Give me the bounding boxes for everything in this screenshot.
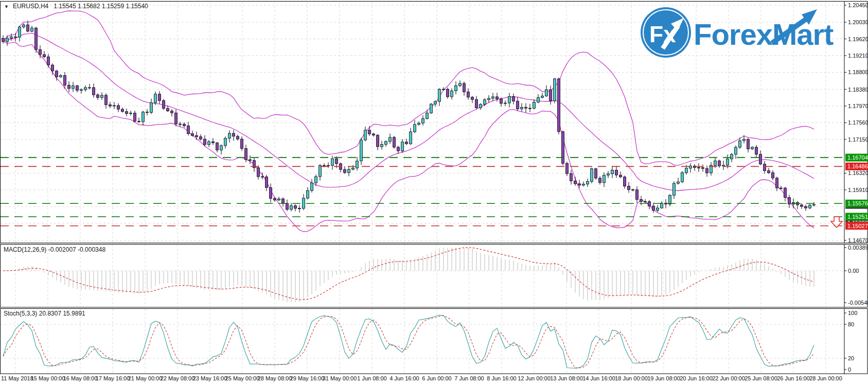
chart-window: 1.204501.200301.196201.192101.188001.183…: [0, 0, 868, 384]
time-tick-label: 22 Jun 00:00: [712, 375, 745, 381]
macd-tick-label: 0.00: [848, 268, 859, 274]
time-tick-label: 25 May 00:00: [225, 375, 260, 381]
macd-histogram: [3, 248, 814, 302]
time-axis[interactable]: 11 May 201815 May 00:0016 May 08:0017 Ma…: [0, 374, 868, 384]
macd-tick-label: -0.005404: [848, 300, 868, 306]
stoch-k-line: [3, 315, 814, 368]
chart-header: ▼EURUSD,H41.15545 1.15682 1.15259 1.1554…: [4, 3, 148, 10]
time-tick-label: 28 Jun 00:00: [809, 375, 842, 381]
macd-tick-label: 0.003893: [848, 245, 868, 251]
time-tick-label: 11 May 2018: [1, 375, 33, 381]
time-tick-label: 29 May 16:00: [290, 375, 325, 381]
stoch-tick-label: 0: [848, 366, 851, 373]
stoch-tick-label: 100: [848, 310, 857, 316]
macd-indicator-label: MACD(12,26,9) -0.002007 -0.000348: [4, 246, 105, 253]
time-tick-label: 20 Jun 16:00: [680, 375, 713, 381]
time-tick-label: 26 Jun 16:00: [777, 375, 810, 381]
time-tick-label: 7 Jun 08:00: [454, 375, 484, 381]
ohlc-readout: 1.15545 1.15682 1.15259 1.15540: [54, 3, 148, 10]
stoch-tick-label: 80: [848, 321, 854, 327]
symbol-title: EURUSD,H4: [13, 3, 48, 10]
macd-panel-canvas[interactable]: 0.0038930.00-0.005404: [0, 244, 868, 308]
time-tick-label: 21 May 00:00: [128, 375, 163, 381]
time-tick-label: 25 Jun 08:00: [745, 375, 777, 381]
stoch-d-line: [3, 316, 814, 368]
stoch-tick-label: 20: [848, 355, 854, 361]
logo-name-text: ForexMart: [694, 18, 834, 51]
time-tick-label: 18 Jun 00:00: [615, 375, 648, 381]
time-tick-label: 6 Jun 00:00: [422, 375, 452, 381]
time-tick-label: 28 May 08:00: [258, 375, 292, 381]
time-tick-label: 16 May 08:00: [63, 375, 98, 381]
symbol-dropdown-icon[interactable]: ▼: [4, 4, 9, 9]
time-tick-label: 13 Jun 08:00: [550, 375, 583, 381]
stoch-panel-canvas[interactable]: 10080200: [0, 308, 868, 374]
stoch-indicator-label: Stoch(5,3,3) 20.8307 15.9891: [4, 310, 85, 317]
time-tick-label: 12 Jun 00:00: [518, 375, 551, 381]
time-tick-label: 14 Jun 16:00: [582, 375, 615, 381]
time-tick-label: 15 May 00:00: [31, 375, 65, 381]
time-tick-label: 23 May 16:00: [193, 375, 227, 381]
time-tick-label: 1 Jun 08:00: [357, 375, 387, 381]
macd-signal-line: [3, 248, 814, 300]
time-tick-label: 8 Jun 16:00: [487, 375, 517, 381]
time-tick-label: 4 Jun 16:00: [389, 375, 419, 381]
price-axis-scale[interactable]: [845, 1, 868, 243]
time-tick-label: 31 May 00:00: [323, 375, 357, 381]
time-tick-label: 19 Jun 08:00: [647, 375, 680, 381]
time-tick-label: 22 May 08:00: [161, 375, 195, 381]
time-tick-label: 17 May 16:00: [96, 375, 130, 381]
